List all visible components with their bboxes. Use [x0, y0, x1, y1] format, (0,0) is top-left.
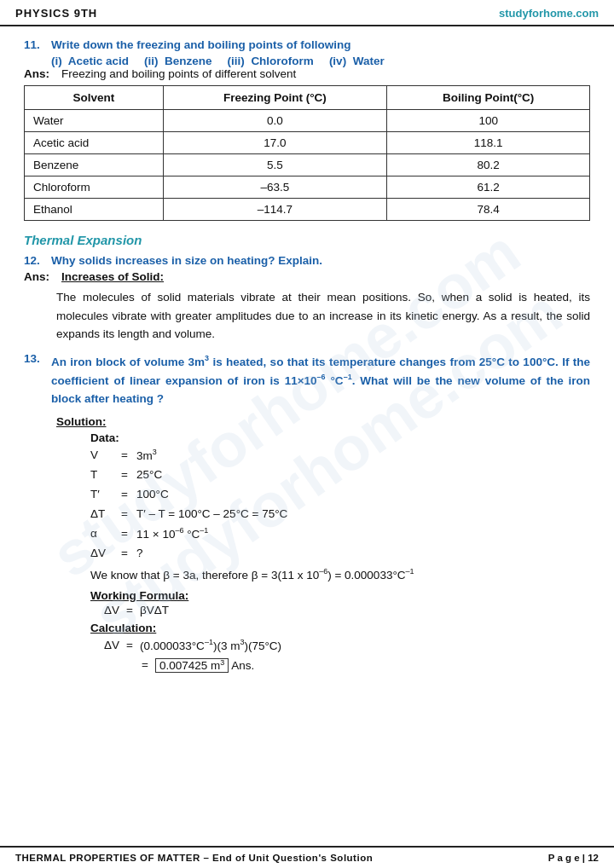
header-title: PHYSICS 9TH — [15, 7, 97, 20]
q12-ans-bold: Increases of Solid: — [61, 270, 164, 283]
calc-row-1: ΔV = (0.000033°C–1)(3 m3)(75°C) — [104, 636, 590, 656]
table-row: Ethanol –114.7 78.4 — [25, 199, 590, 221]
table-row: Benzene 5.5 80.2 — [25, 154, 590, 176]
q13-solution: Solution: Data: V = 3m3 T = 25°C T′ — [56, 415, 590, 676]
table-row: Chloroform –63.5 61.2 — [25, 176, 590, 199]
data-row-beta-note: We know that β = 3a, therefore β = 3(11 … — [90, 565, 590, 585]
boiling-benzene: 80.2 — [387, 154, 590, 176]
boiling-chloroform: 61.2 — [387, 176, 590, 199]
calc-row-2: = 0.007425 m3 Ans. — [104, 656, 590, 675]
data-row-alpha: α = 11 × 10–6 °C–1 — [90, 524, 590, 544]
q11-line: 11. Write down the freezing and boiling … — [24, 38, 590, 51]
table-header-boiling: Boiling Point(°C) — [387, 86, 590, 110]
page-header: PHYSICS 9TH studyforhome.com — [0, 0, 614, 26]
boiling-water: 100 — [387, 110, 590, 132]
formula-label: Working Formula: — [90, 589, 590, 602]
data-row-v: V = 3m3 — [90, 446, 590, 466]
q12-text: Why solids increases in size on heating?… — [51, 254, 590, 267]
q13-number: 13. — [24, 352, 44, 365]
q12-paragraph: The molecules of solid materials vibrate… — [56, 288, 590, 344]
q13-line: 13. An iron block of volume 3m3 is heate… — [24, 352, 590, 408]
freezing-acetic: 17.0 — [163, 132, 387, 154]
q12-line: 12. Why solids increases in size on heat… — [24, 254, 590, 267]
freezing-chloroform: –63.5 — [163, 176, 387, 199]
footer-left: THERMAL PROPERTIES OF MATTER – End of Un… — [15, 853, 373, 863]
q11-sub-items: (i) Acetic acid (ii) Benzene (iii) Chlor… — [51, 55, 590, 67]
q11-text: Write down the freezing and boiling poin… — [51, 38, 590, 51]
freezing-boiling-table: Solvent Freezing Point (°C) Boiling Poin… — [24, 85, 590, 221]
table-header-solvent: Solvent — [25, 86, 164, 110]
q12-ans-row: Ans: Increases of Solid: — [24, 270, 590, 283]
boiling-acetic: 118.1 — [387, 132, 590, 154]
q11-sub-iii: (iii) Chloroform — [228, 55, 314, 67]
q11-sub-iv: (iv) Water — [329, 55, 385, 67]
thermal-expansion-title: Thermal Expansion — [24, 233, 590, 247]
table-row: Water 0.0 100 — [25, 110, 590, 132]
page-footer: THERMAL PROPERTIES OF MATTER – End of Un… — [0, 846, 614, 868]
solvent-ethanol: Ethanol — [25, 199, 164, 221]
solvent-chloroform: Chloroform — [25, 176, 164, 199]
calc-label: Calculation: — [90, 622, 590, 634]
boiling-ethanol: 78.4 — [387, 199, 590, 221]
formula-row: ΔV = βVΔT — [104, 604, 590, 616]
q11-number: 11. — [24, 38, 44, 51]
q11-ans-label: Ans: — [24, 67, 56, 80]
q11-ans-row: Ans: Freezing and boiling points of diff… — [24, 67, 590, 80]
table-header-freezing: Freezing Point (°C) — [163, 86, 387, 110]
q11-sub-ii: (ii) Benzene — [144, 55, 212, 67]
q12-number: 12. — [24, 254, 44, 267]
working-formula-section: Working Formula: ΔV = βVΔT — [90, 589, 590, 616]
q13-text: An iron block of volume 3m3 is heated, s… — [51, 352, 590, 408]
main-content: 11. Write down the freezing and boiling … — [0, 26, 614, 846]
table-row: Acetic acid 17.0 118.1 — [25, 132, 590, 154]
q12-para-wrapper: The molecules of solid materials vibrate… — [56, 288, 590, 344]
q11-sub-i: (i) Acetic acid — [51, 55, 129, 67]
footer-right: P a g e | 12 — [548, 853, 599, 863]
header-website: studyforhome.com — [499, 7, 599, 20]
q11-ans-intro: Freezing and boiling points of different… — [61, 67, 296, 80]
freezing-ethanol: –114.7 — [163, 199, 387, 221]
solution-label: Solution: — [56, 415, 590, 428]
solvent-acetic: Acetic acid — [25, 132, 164, 154]
solvent-water: Water — [25, 110, 164, 132]
question-12: 12. Why solids increases in size on heat… — [24, 254, 590, 344]
q12-ans-label: Ans: — [24, 270, 56, 283]
data-label: Data: — [90, 431, 590, 444]
freezing-water: 0.0 — [163, 110, 387, 132]
calculation-section: Calculation: ΔV = (0.000033°C–1)(3 m3)(7… — [90, 622, 590, 676]
data-row-dt: ΔT = T′ – T = 100°C – 25°C = 75°C — [90, 505, 590, 524]
solvent-benzene: Benzene — [25, 154, 164, 176]
freezing-benzene: 5.5 — [163, 154, 387, 176]
data-row-dv: ΔV = ? — [90, 544, 590, 564]
question-11: 11. Write down the freezing and boiling … — [24, 38, 590, 221]
data-row-t: T = 25°C — [90, 466, 590, 485]
data-row-tprime: T′ = 100°C — [90, 485, 590, 505]
answer-boxed: 0.007425 m3 — [155, 658, 229, 673]
data-section: Data: V = 3m3 T = 25°C T′ = 100°C — [90, 431, 590, 586]
question-13: 13. An iron block of volume 3m3 is heate… — [24, 352, 590, 676]
